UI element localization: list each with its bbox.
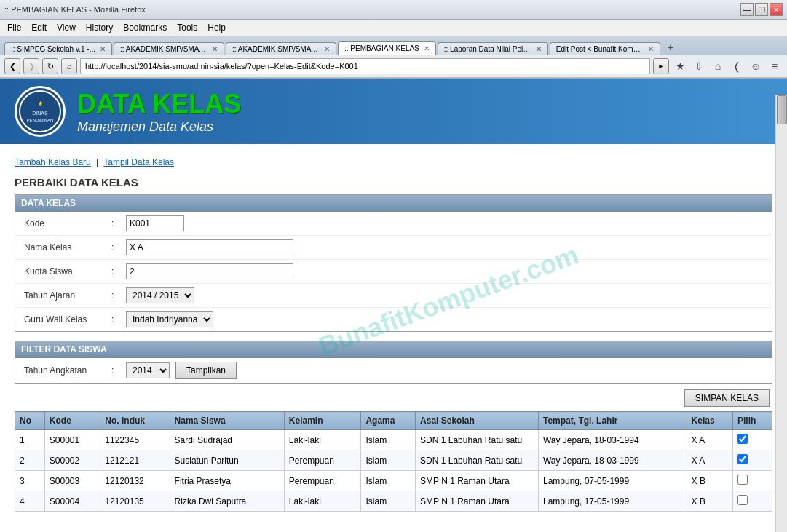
reload-button[interactable]: ↻ bbox=[42, 58, 58, 74]
back-button[interactable]: ❮ bbox=[4, 58, 20, 74]
simpan-kelas-button[interactable]: SIMPAN KELAS bbox=[684, 389, 770, 407]
tab-edit-post[interactable]: Edit Post < Bunafit Kompu... ✕ bbox=[550, 42, 660, 55]
select-guru[interactable]: Indah Indriyanna bbox=[126, 311, 213, 327]
cell-no: 4 bbox=[15, 491, 45, 512]
tab-laporan[interactable]: :: Laporan Data Nilai Pela... ✕ bbox=[438, 42, 548, 55]
cell-pilih[interactable] bbox=[732, 450, 772, 471]
cell-tempat-tgl: Lampung, 17-05-1999 bbox=[538, 491, 687, 512]
tab-simpeg[interactable]: :: SIMPEG Sekolah v.1 -... ✕ bbox=[4, 42, 112, 55]
cell-pilih[interactable] bbox=[732, 471, 772, 491]
pilih-checkbox[interactable] bbox=[737, 434, 748, 444]
tab-close-pembagian[interactable]: ✕ bbox=[424, 44, 430, 52]
col-kelamin: Kelamin bbox=[284, 412, 361, 430]
select-tahun-ajaran[interactable]: 2014 / 2015 2013 / 2014 bbox=[126, 287, 194, 303]
window-title: :: PEMBAGIAN KELAS - Mozilla Firefox bbox=[4, 5, 146, 14]
input-nama-kelas[interactable] bbox=[126, 239, 293, 255]
restore-button[interactable]: ❒ bbox=[755, 3, 768, 16]
svg-text:DINAS: DINAS bbox=[32, 111, 48, 116]
url-input[interactable] bbox=[80, 58, 650, 74]
col-no-induk: No. Induk bbox=[100, 412, 170, 430]
cell-nama: Fitria Prasetya bbox=[170, 471, 284, 491]
download-icon[interactable]: ⇩ bbox=[691, 58, 707, 74]
table-row: 3S0000312120132Fitria PrasetyaPerempuanI… bbox=[15, 471, 772, 491]
table-row: 1S000011122345Sardi SudrajadLaki-lakiIsl… bbox=[15, 430, 772, 450]
menu-bookmarks[interactable]: Bookmarks bbox=[119, 21, 171, 34]
cell-no-induk: 1122345 bbox=[100, 430, 170, 450]
cell-kelamin: Laki-laki bbox=[284, 430, 361, 450]
page-title: PERBAIKI DATA KELAS bbox=[15, 176, 772, 188]
menu-help[interactable]: Help bbox=[203, 21, 230, 34]
label-tahun-ajaran: Tahun Ajaran bbox=[24, 290, 111, 301]
smiley-icon[interactable]: ☺ bbox=[748, 58, 764, 74]
data-kelas-section: DATA KELAS Kode : Nama Kelas : Kuota Sis… bbox=[15, 194, 772, 332]
tampilkan-button[interactable]: Tampilkan bbox=[175, 362, 237, 379]
col-asal: Asal Sekolah bbox=[416, 412, 539, 430]
link-tampil-kelas[interactable]: Tampil Data Kelas bbox=[103, 157, 174, 167]
input-kuota[interactable] bbox=[126, 263, 293, 279]
tab-akademik2[interactable]: :: AKADEMIK SMP/SMA -... ✕ bbox=[226, 42, 336, 55]
cell-kode: S00001 bbox=[44, 430, 100, 450]
cell-asal: SMP N 1 Raman Utara bbox=[416, 471, 539, 491]
label-guru: Guru Wali Kelas bbox=[24, 314, 111, 325]
tab-close-laporan[interactable]: ✕ bbox=[536, 45, 542, 53]
tab-close-edit[interactable]: ✕ bbox=[648, 45, 654, 53]
cell-pilih[interactable] bbox=[732, 430, 772, 450]
address-bar: ❮ ❯ ↻ ⌂ ► ★ ⇩ ⌂ ❬ ☺ ≡ bbox=[0, 55, 787, 78]
tab-akademik1[interactable]: :: AKADEMIK SMP/SMA -... ✕ bbox=[114, 42, 224, 55]
menu-edit[interactable]: Edit bbox=[27, 21, 51, 34]
cell-nama: Susiatun Paritun bbox=[170, 450, 284, 471]
menu-history[interactable]: History bbox=[82, 21, 117, 34]
input-kode[interactable] bbox=[126, 215, 184, 231]
link-tambah-kelas[interactable]: Tambah Kelas Baru bbox=[15, 157, 91, 167]
menu-file[interactable]: File bbox=[3, 21, 25, 34]
col-kode: Kode bbox=[44, 412, 100, 430]
scrollbar-thumb[interactable] bbox=[777, 95, 787, 124]
back-nav-icon[interactable]: ❬ bbox=[729, 58, 745, 74]
new-tab-button[interactable]: + bbox=[662, 39, 679, 55]
label-kode: Kode bbox=[24, 218, 111, 229]
minimize-button[interactable]: — bbox=[740, 3, 754, 16]
pilih-checkbox[interactable] bbox=[737, 475, 748, 485]
cell-kelas: X A bbox=[687, 450, 732, 471]
pilih-checkbox[interactable] bbox=[737, 454, 748, 464]
forward-button[interactable]: ❯ bbox=[23, 58, 39, 74]
select-tahun-angkatan[interactable]: 2014 2013 bbox=[126, 362, 170, 378]
cell-kode: S00004 bbox=[44, 491, 100, 512]
scrollbar[interactable] bbox=[775, 95, 787, 516]
close-button[interactable]: ✕ bbox=[770, 3, 783, 16]
form-row-tahun-ajaran: Tahun Ajaran : 2014 / 2015 2013 / 2014 bbox=[15, 284, 772, 308]
cell-kelas: X A bbox=[687, 430, 732, 450]
student-table: No Kode No. Induk Nama Siswa Kelamin Aga… bbox=[15, 411, 772, 512]
col-agama: Agama bbox=[361, 412, 416, 430]
tab-pembagian-kelas[interactable]: :: PEMBAGIAN KELAS ✕ bbox=[338, 41, 436, 55]
table-row: 4S0000412120135Rizka Dwi SaputraLaki-lak… bbox=[15, 491, 772, 512]
cell-kelamin: Laki-laki bbox=[284, 491, 361, 512]
cell-tempat-tgl: Way Jepara, 18-03-1994 bbox=[538, 430, 687, 450]
tab-close-akademik1[interactable]: ✕ bbox=[212, 45, 218, 53]
menu-view[interactable]: View bbox=[52, 21, 80, 34]
cell-no-induk: 12120135 bbox=[100, 491, 170, 512]
tab-close-akademik2[interactable]: ✕ bbox=[324, 45, 330, 53]
label-tahun-angkatan: Tahun Angkatan bbox=[24, 365, 111, 376]
home-button[interactable]: ⌂ bbox=[61, 58, 77, 74]
pilih-checkbox[interactable] bbox=[737, 495, 748, 505]
col-nama: Nama Siswa bbox=[170, 412, 284, 430]
cell-pilih[interactable] bbox=[732, 491, 772, 512]
tab-close-simpeg[interactable]: ✕ bbox=[100, 45, 106, 53]
menu-icon[interactable]: ≡ bbox=[767, 58, 783, 74]
cell-no: 2 bbox=[15, 450, 45, 471]
cell-kode: S00002 bbox=[44, 450, 100, 471]
cell-agama: Islam bbox=[361, 450, 416, 471]
go-button[interactable]: ► bbox=[653, 58, 669, 74]
col-kelas: Kelas bbox=[687, 412, 732, 430]
col-tempat-tgl: Tempat, Tgl. Lahir bbox=[538, 412, 687, 430]
cell-tempat-tgl: Way Jepara, 18-03-1999 bbox=[538, 450, 687, 471]
bookmark-icon[interactable]: ★ bbox=[672, 58, 688, 74]
home-nav-icon[interactable]: ⌂ bbox=[710, 58, 726, 74]
cell-kelas: X B bbox=[687, 471, 732, 491]
cell-agama: Islam bbox=[361, 491, 416, 512]
cell-asal: SDN 1 Labuhan Ratu satu bbox=[416, 430, 539, 450]
menu-tools[interactable]: Tools bbox=[173, 21, 202, 34]
label-nama-kelas: Nama Kelas bbox=[24, 242, 111, 253]
save-button-area: SIMPAN KELAS bbox=[15, 389, 772, 407]
